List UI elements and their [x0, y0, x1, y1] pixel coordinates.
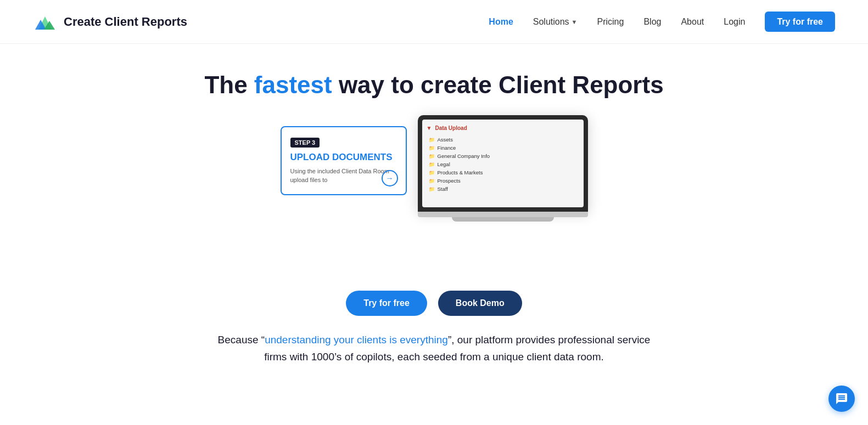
hero-headline: The fastest way to create Client Reports — [204, 71, 663, 99]
headline-after: way to create Client Reports — [332, 71, 664, 98]
step-description: Using the included Client Data Room uplo… — [290, 167, 397, 184]
navbar: Create Client Reports Home Solutions ▼ P… — [0, 0, 868, 44]
tagline-before: Because “ — [218, 334, 265, 345]
list-item: 📁 Legal — [427, 160, 579, 168]
tagline-highlight: understanding your clients is everything — [265, 334, 448, 345]
nav-link-solutions[interactable]: Solutions — [533, 17, 569, 27]
list-item: 📁 Products & Markets — [427, 168, 579, 177]
list-item: 📁 Finance — [427, 144, 579, 152]
laptop-body: ▼ Data Upload 📁 Assets 📁 Finance 📁 Gener… — [418, 115, 588, 212]
folder-prospects: Prospects — [438, 178, 461, 184]
laptop-screen: ▼ Data Upload 📁 Assets 📁 Finance 📁 Gener… — [422, 120, 584, 207]
laptop-data-upload-label: Data Upload — [435, 125, 467, 131]
list-item: 📁 General Company Info — [427, 152, 579, 160]
folder-staff: Staff — [438, 186, 448, 192]
headline-highlight: fastest — [254, 71, 332, 98]
nav-link-try-free[interactable]: Try for free — [765, 12, 835, 32]
brand-name: Create Client Reports — [64, 15, 187, 29]
folder-icon: 📁 — [429, 170, 435, 175]
folder-icon: 📁 — [429, 137, 435, 143]
chat-bubble-button[interactable] — [828, 386, 855, 412]
nav-link-home[interactable]: Home — [489, 17, 513, 26]
nav-link-about[interactable]: About — [681, 17, 704, 26]
book-demo-button[interactable]: Book Demo — [438, 291, 522, 316]
step-arrow-icon: → — [382, 170, 398, 186]
headline-before: The — [204, 71, 254, 98]
folder-assets: Assets — [438, 137, 453, 143]
nav-item-login[interactable]: Login — [724, 17, 745, 27]
nav-link-login[interactable]: Login — [724, 17, 745, 26]
nav-item-try-free[interactable]: Try for free — [765, 17, 835, 27]
nav-item-solutions[interactable]: Solutions ▼ — [533, 17, 578, 27]
nav-item-pricing[interactable]: Pricing — [597, 17, 624, 27]
chevron-down-icon: ▼ — [572, 19, 578, 25]
laptop-base — [418, 212, 588, 217]
folder-icon: 📁 — [429, 162, 435, 167]
laptop-screen-header: ▼ Data Upload — [427, 125, 579, 131]
laptop-mockup: ▼ Data Upload 📁 Assets 📁 Finance 📁 Gener… — [418, 115, 588, 222]
logo-icon — [33, 10, 57, 34]
folder-finance: Finance — [438, 145, 456, 151]
folder-icon: 📁 — [429, 154, 435, 159]
hero-image: STEP 3 UPLOAD DOCUMENTS Using the includ… — [281, 115, 588, 263]
nav-item-about[interactable]: About — [681, 17, 704, 27]
folder-icon: 📁 — [429, 145, 435, 151]
laptop-stand — [452, 217, 554, 222]
hero-section: The fastest way to create Client Reports… — [0, 44, 868, 382]
folder-expand-icon: ▼ — [427, 125, 432, 131]
nav-link-pricing[interactable]: Pricing — [597, 17, 624, 26]
folder-general: General Company Info — [438, 153, 490, 159]
folder-icon: 📁 — [429, 178, 435, 184]
step-title: UPLOAD DOCUMENTS — [290, 152, 397, 163]
folder-products: Products & Markets — [438, 169, 483, 175]
brand-logo[interactable]: Create Client Reports — [33, 10, 187, 34]
step-label: STEP 3 — [290, 138, 320, 148]
hero-buttons: Try for free Book Demo — [346, 291, 522, 316]
list-item: 📁 Prospects — [427, 177, 579, 185]
nav-links: Home Solutions ▼ Pricing Blog About Logi… — [489, 17, 835, 27]
folder-icon: 📁 — [429, 186, 435, 192]
folder-legal: Legal — [438, 161, 450, 167]
try-free-button[interactable]: Try for free — [346, 291, 427, 316]
nav-item-home[interactable]: Home — [489, 17, 513, 27]
list-item: 📁 Assets — [427, 135, 579, 144]
list-item: 📁 Staff — [427, 185, 579, 193]
step-card: STEP 3 UPLOAD DOCUMENTS Using the includ… — [281, 126, 407, 195]
hero-tagline: Because “understanding your clients is e… — [209, 331, 659, 366]
chat-icon — [835, 392, 848, 405]
nav-link-blog[interactable]: Blog — [643, 17, 661, 26]
nav-item-blog[interactable]: Blog — [643, 17, 661, 27]
